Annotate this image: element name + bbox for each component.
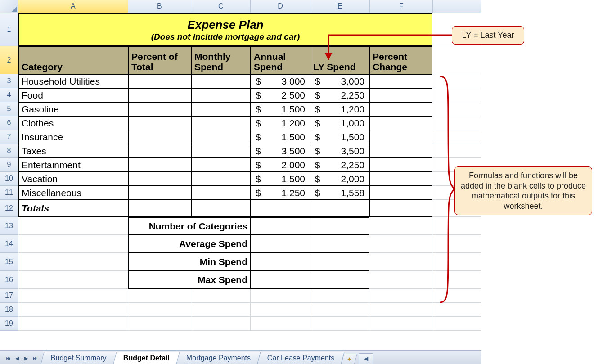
cell-G2[interactable] [432, 46, 481, 74]
totals-F[interactable] [369, 200, 432, 217]
cell-C19[interactable] [191, 317, 251, 331]
cell-percent-of-total[interactable] [128, 74, 191, 88]
summary-label-max[interactable]: Max Spend [128, 271, 251, 289]
cell-percent-change[interactable] [369, 130, 432, 144]
cell-category[interactable]: Entertainment [18, 158, 128, 172]
summary-value-max-D[interactable] [251, 271, 310, 289]
hscroll-left-icon[interactable]: ◀ [359, 353, 373, 364]
cell-annual-spend[interactable]: $1,200 [251, 116, 310, 130]
summary-label-avg[interactable]: Average Spend [128, 235, 251, 253]
cell-percent-change[interactable] [369, 186, 432, 200]
cell-annual-spend[interactable]: $1,250 [251, 186, 310, 200]
row-header-14[interactable]: 14 [0, 235, 18, 253]
cell-percent-change[interactable] [369, 102, 432, 116]
totals-label[interactable]: Totals [18, 200, 128, 217]
cell-category[interactable]: Miscellaneous [18, 186, 128, 200]
hdr-percent-of-total[interactable]: Percent of Total [128, 46, 191, 74]
col-header-F[interactable]: F [370, 0, 433, 13]
cell-A19[interactable] [18, 317, 128, 331]
tab-nav-next-icon[interactable]: ▶ [22, 355, 30, 362]
cell-annual-spend[interactable]: $3,500 [251, 144, 310, 158]
cell-D19[interactable] [251, 317, 310, 331]
cell-ly-spend[interactable]: $3,500 [310, 144, 369, 158]
summary-value-min-E[interactable] [310, 253, 369, 271]
cell-F19[interactable] [369, 317, 432, 331]
tab-nav-first-icon[interactable]: ⏮ [4, 355, 12, 362]
cell-percent-change[interactable] [369, 116, 432, 130]
select-all-corner[interactable] [0, 0, 18, 13]
cell-E18[interactable] [310, 303, 369, 317]
cell-G4[interactable] [432, 88, 481, 102]
cell-ly-spend[interactable]: $1,200 [310, 102, 369, 116]
cell-monthly-spend[interactable] [191, 144, 251, 158]
row-header-15[interactable]: 15 [0, 253, 18, 271]
row-header-2[interactable]: 2 [0, 46, 18, 74]
cell-ly-spend[interactable]: $1,558 [310, 186, 369, 200]
cell-G3[interactable] [432, 74, 481, 88]
row-header-5[interactable]: 5 [0, 102, 18, 116]
col-header-B[interactable]: B [128, 0, 191, 13]
cell-A15[interactable] [18, 253, 128, 271]
hdr-ly-spend[interactable]: LY Spend [310, 46, 369, 74]
cell-G16[interactable] [432, 271, 481, 289]
cell-G13[interactable] [432, 217, 481, 235]
summary-value-min-D[interactable] [251, 253, 310, 271]
cell-G6[interactable] [432, 116, 481, 130]
cell-category[interactable]: Insurance [18, 130, 128, 144]
row-header-12[interactable]: 12 [0, 200, 18, 217]
row-header-19[interactable]: 19 [0, 317, 18, 331]
summary-label-numcat[interactable]: Number of Categories [128, 217, 251, 235]
cell-percent-change[interactable] [369, 144, 432, 158]
cell-G18[interactable] [432, 303, 481, 317]
cell-category[interactable]: Gasoline [18, 102, 128, 116]
cell-percent-change[interactable] [369, 172, 432, 186]
cell-A18[interactable] [18, 303, 128, 317]
cell-F13[interactable] [369, 217, 432, 235]
cell-A17[interactable] [18, 289, 128, 303]
cell-B17[interactable] [128, 289, 191, 303]
cell-percent-of-total[interactable] [128, 102, 191, 116]
hdr-monthly-spend[interactable]: Monthly Spend [191, 46, 251, 74]
cell-category[interactable]: Taxes [18, 144, 128, 158]
cell-G5[interactable] [432, 102, 481, 116]
totals-D[interactable] [251, 200, 310, 217]
col-header-D[interactable]: D [251, 0, 310, 13]
summary-value-avg-E[interactable] [310, 235, 369, 253]
cell-E17[interactable] [310, 289, 369, 303]
cell-D18[interactable] [251, 303, 310, 317]
cell-percent-of-total[interactable] [128, 186, 191, 200]
cell-percent-of-total[interactable] [128, 158, 191, 172]
cell-F17[interactable] [369, 289, 432, 303]
row-header-7[interactable]: 7 [0, 130, 18, 144]
hdr-percent-change[interactable]: Percent Change [369, 46, 432, 74]
cell-A13[interactable] [18, 217, 128, 235]
cell-annual-spend[interactable]: $1,500 [251, 172, 310, 186]
cell-C17[interactable] [191, 289, 251, 303]
cell-ly-spend[interactable]: $3,000 [310, 74, 369, 88]
sheet-tab[interactable]: Budget Summary [40, 352, 117, 364]
row-header-16[interactable]: 16 [0, 271, 18, 289]
sheet-tab[interactable]: Car Lease Payments [257, 352, 345, 364]
cell-category[interactable]: Food [18, 88, 128, 102]
cell-G19[interactable] [432, 317, 481, 331]
hdr-category[interactable]: Category [18, 46, 128, 74]
title-cell[interactable]: Expense Plan (Does not include mortgage … [18, 13, 432, 46]
cell-annual-spend[interactable]: $2,000 [251, 158, 310, 172]
new-sheet-icon[interactable]: ✦ [341, 354, 357, 364]
row-header-10[interactable]: 10 [0, 172, 18, 186]
cell-annual-spend[interactable]: $1,500 [251, 130, 310, 144]
tab-nav-prev-icon[interactable]: ◀ [14, 355, 21, 362]
cell-monthly-spend[interactable] [191, 116, 251, 130]
cell-percent-of-total[interactable] [128, 116, 191, 130]
summary-value-numcat-D[interactable] [251, 217, 310, 235]
cell-A14[interactable] [18, 235, 128, 253]
cell-percent-of-total[interactable] [128, 144, 191, 158]
row-header-4[interactable]: 4 [0, 88, 18, 102]
cell-monthly-spend[interactable] [191, 172, 251, 186]
cell-monthly-spend[interactable] [191, 158, 251, 172]
cell-monthly-spend[interactable] [191, 130, 251, 144]
cell-monthly-spend[interactable] [191, 102, 251, 116]
cell-F16[interactable] [369, 271, 432, 289]
cell-F18[interactable] [369, 303, 432, 317]
hdr-annual-spend[interactable]: Annual Spend [251, 46, 310, 74]
